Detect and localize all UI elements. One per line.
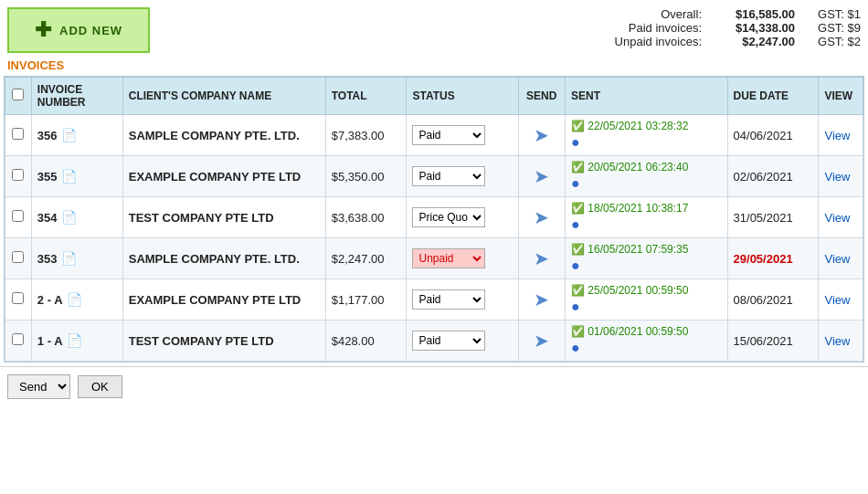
view-cell: View: [819, 279, 863, 321]
due-date-cell: 15/06/2021: [727, 321, 819, 362]
row-checkbox[interactable]: [12, 169, 24, 181]
invoice-id: 2 - A: [37, 293, 63, 307]
due-date-value: 02/06/2021: [734, 170, 793, 184]
add-new-button[interactable]: ✚ ADD NEW: [7, 7, 150, 53]
invoice-number: 2 - A 📄: [37, 292, 117, 307]
view-cell: View: [819, 197, 863, 238]
send-cell: ➤: [518, 321, 565, 362]
sent-cell: ✅ 16/05/2021 07:59:35 ●: [565, 238, 727, 279]
company-name: TEST COMPANY PTE LTD: [129, 334, 274, 348]
total-value: $1,177.00: [332, 293, 385, 307]
status-select[interactable]: PaidUnpaidPrice Quote: [412, 331, 485, 351]
row-checkbox-cell: [5, 115, 32, 156]
sent-dot: ●: [571, 258, 580, 274]
total-value: $7,383.00: [332, 129, 385, 142]
invoice-id: 354: [37, 211, 58, 225]
send-button[interactable]: ➤: [534, 124, 549, 146]
row-checkbox[interactable]: [12, 210, 24, 222]
view-cell: View: [819, 115, 863, 156]
sent-checkmark: ✅ 18/05/2021 10:38:17: [571, 202, 688, 215]
total-cell: $1,177.00: [325, 279, 407, 321]
send-button[interactable]: ➤: [534, 330, 549, 352]
row-checkbox[interactable]: [12, 251, 24, 263]
sent-info: ✅ 18/05/2021 10:38:17 ●: [571, 202, 722, 233]
invoice-id: 356: [37, 129, 58, 142]
total-value: $5,350.00: [332, 170, 385, 184]
total-value: $3,638.00: [332, 211, 385, 225]
status-cell: PaidUnpaidPrice Quote: [407, 279, 518, 321]
table-row: 354 📄 TEST COMPANY PTE LTD$3,638.00PaidU…: [5, 197, 863, 238]
view-link[interactable]: View: [824, 334, 850, 348]
view-cell: View: [819, 156, 863, 197]
overall-gst: GST: $1: [806, 7, 861, 21]
due-date-value: 08/06/2021: [734, 293, 793, 307]
header-sent: SENT: [565, 78, 727, 115]
due-date-value: 15/06/2021: [734, 334, 793, 348]
due-date-cell: 04/06/2021: [727, 115, 819, 156]
row-checkbox[interactable]: [12, 292, 24, 304]
total-value: $2,247.00: [332, 252, 385, 266]
view-link[interactable]: View: [824, 170, 850, 184]
header-view: VIEW: [819, 78, 863, 115]
sent-info: ✅ 01/06/2021 00:59:50 ●: [571, 325, 722, 356]
table-row: 1 - A 📄 TEST COMPANY PTE LTD$428.00PaidU…: [5, 321, 863, 362]
send-arrow-icon: ➤: [534, 124, 549, 146]
status-select[interactable]: PaidUnpaidPrice Quote: [412, 207, 485, 227]
bulk-send-select[interactable]: Send: [7, 374, 70, 399]
view-cell: View: [819, 321, 863, 362]
status-cell: PaidUnpaidPrice Quote: [407, 197, 518, 238]
sent-dot: ●: [571, 175, 580, 192]
send-cell: ➤: [518, 197, 565, 238]
send-arrow-icon: ➤: [534, 247, 549, 269]
status-select[interactable]: PaidUnpaidPrice Quote: [412, 289, 485, 310]
overall-value: $16,585.00: [713, 7, 795, 21]
pdf-icon[interactable]: 📄: [61, 128, 77, 142]
pdf-icon[interactable]: 📄: [67, 333, 82, 348]
pdf-icon[interactable]: 📄: [61, 169, 77, 184]
sent-info: ✅ 25/05/2021 00:59:50 ●: [571, 284, 722, 315]
total-value: $428.00: [332, 334, 375, 348]
view-link[interactable]: View: [824, 211, 850, 225]
invoice-id: 353: [37, 252, 58, 266]
send-button[interactable]: ➤: [534, 165, 549, 187]
send-button[interactable]: ➤: [534, 289, 549, 310]
company-name-cell: SAMPLE COMPANY PTE. LTD.: [122, 238, 325, 279]
total-cell: $5,350.00: [325, 156, 407, 197]
row-checkbox-cell: [5, 197, 32, 238]
view-link[interactable]: View: [824, 252, 850, 266]
invoice-number: 354 📄: [37, 210, 117, 225]
view-link[interactable]: View: [824, 293, 850, 307]
status-select[interactable]: PaidUnpaidPrice Quote: [412, 166, 485, 186]
pdf-icon[interactable]: 📄: [61, 210, 77, 225]
status-select[interactable]: PaidUnpaidPrice Quote: [412, 248, 485, 268]
pdf-icon[interactable]: 📄: [67, 292, 82, 307]
sent-cell: ✅ 01/06/2021 00:59:50 ●: [565, 321, 727, 362]
ok-button[interactable]: OK: [78, 375, 122, 398]
sent-info: ✅ 16/05/2021 07:59:35 ●: [571, 243, 722, 274]
row-checkbox-cell: [5, 321, 32, 362]
row-checkbox[interactable]: [12, 128, 24, 140]
invoice-number-cell: 355 📄: [31, 156, 122, 197]
table-row: 355 📄 EXAMPLE COMPANY PTE LTD$5,350.00Pa…: [5, 156, 863, 197]
invoices-table: INVOICE NUMBER CLIENT'S COMPANY NAME TOT…: [5, 77, 863, 362]
header-company-name: CLIENT'S COMPANY NAME: [122, 78, 325, 115]
row-checkbox[interactable]: [12, 333, 24, 345]
status-select[interactable]: PaidUnpaidPrice Quote: [412, 125, 485, 145]
select-all-checkbox[interactable]: [12, 89, 24, 100]
company-name-cell: SAMPLE COMPANY PTE. LTD.: [122, 115, 325, 156]
send-button[interactable]: ➤: [534, 206, 549, 228]
send-cell: ➤: [518, 156, 565, 197]
pdf-icon[interactable]: 📄: [61, 251, 77, 266]
sent-checkmark: ✅ 01/06/2021 00:59:50: [571, 325, 688, 338]
invoice-number-cell: 353 📄: [31, 238, 122, 279]
invoice-number: 355 📄: [37, 169, 117, 184]
unpaid-row: Unpaid invoices: $2,247.00 GST: $2: [615, 35, 861, 48]
due-date-cell: 02/06/2021: [727, 156, 819, 197]
send-button[interactable]: ➤: [534, 247, 549, 269]
due-date-cell: 08/06/2021: [727, 279, 819, 321]
row-checkbox-cell: [5, 156, 32, 197]
table-row: 353 📄 SAMPLE COMPANY PTE. LTD.$2,247.00P…: [5, 238, 863, 279]
send-arrow-icon: ➤: [534, 330, 549, 352]
unpaid-gst: GST: $2: [806, 35, 861, 48]
view-link[interactable]: View: [824, 129, 850, 142]
